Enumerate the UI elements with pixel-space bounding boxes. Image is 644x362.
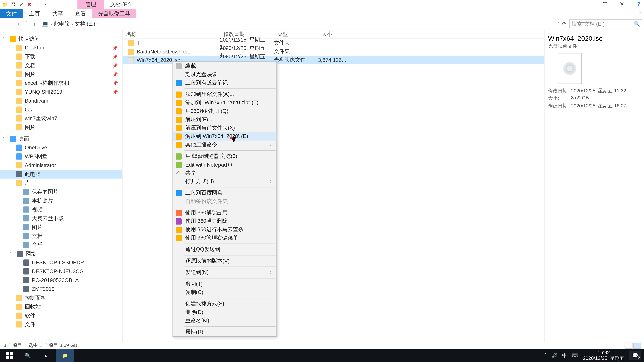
tree-item[interactable]: 此电脑 bbox=[0, 170, 122, 179]
qat-dropdown-icon[interactable]: ▾ bbox=[42, 1, 49, 8]
search-icon[interactable]: 🔍 bbox=[634, 21, 640, 27]
tree-item[interactable]: 音乐 bbox=[0, 241, 122, 249]
tree-item[interactable]: 天翼云盘下载 bbox=[0, 214, 122, 223]
maximize-button[interactable]: ▢ bbox=[601, 1, 610, 7]
context-menu-item[interactable]: 属性(R) bbox=[173, 328, 276, 336]
context-menu-item[interactable]: 重命名(M) bbox=[173, 317, 276, 325]
nav-recent-icon[interactable]: ˅ bbox=[26, 21, 28, 27]
tree-item[interactable]: ˅快速访问 bbox=[0, 34, 122, 43]
volume-icon[interactable]: 🔊 bbox=[552, 353, 558, 358]
tree-item[interactable]: DESKTOP-LSSOEDP bbox=[0, 258, 122, 267]
context-menu-item[interactable]: 创建快捷方式(S) bbox=[173, 300, 276, 308]
taskbar[interactable]: 🔍 ⧉ 📁 ˄ 🔊 中 ⌨ 16:32 2020/12/25, 星期五 💬3 bbox=[0, 349, 644, 362]
chevron-right-icon[interactable]: › bbox=[97, 21, 98, 26]
chevron-right-icon[interactable]: › bbox=[72, 21, 73, 26]
context-menu-item[interactable]: 使用 360进行木马云查杀 bbox=[173, 225, 276, 234]
taskbar-search-button[interactable]: 🔍 bbox=[18, 349, 37, 362]
ribbon-share-tab[interactable]: 共享 bbox=[46, 9, 69, 18]
breadcrumb-location[interactable]: 文档 (E:) bbox=[75, 20, 95, 28]
context-menu-item[interactable]: 发送到(N)〉 bbox=[173, 268, 276, 277]
ribbon-home-tab[interactable]: 主页 bbox=[23, 9, 46, 18]
task-view-button[interactable]: ⧉ bbox=[37, 349, 56, 362]
tree-item[interactable]: 本机照片 bbox=[0, 196, 122, 205]
tree-item[interactable]: DESKTOP-NJEU3CG bbox=[0, 267, 122, 276]
refresh-icon[interactable]: ⟳ bbox=[562, 21, 566, 27]
tree-item[interactable]: win7重装win7 bbox=[0, 114, 122, 123]
context-menu-item[interactable]: 复制(C) bbox=[173, 288, 276, 297]
context-menu-item[interactable]: 用360压缩打开(Q) bbox=[173, 107, 276, 115]
file-row[interactable]: BaiduNetdiskDownload2020/12/25, 星期五 1...… bbox=[122, 47, 544, 56]
context-menu-item[interactable]: 使用 360解除占用 bbox=[173, 209, 276, 217]
taskbar-explorer-button[interactable]: 📁 bbox=[56, 349, 74, 362]
ribbon-file-tab[interactable]: 文件 bbox=[0, 9, 23, 18]
context-menu-item[interactable]: 使用 360强力删除 bbox=[173, 217, 276, 225]
minimize-button[interactable]: ─ bbox=[584, 1, 593, 7]
tree-item[interactable]: 回收站 bbox=[0, 302, 122, 311]
qat-new-icon[interactable]: ▫ bbox=[34, 1, 40, 8]
context-menu-item[interactable]: 通过QQ发送到 bbox=[173, 245, 276, 254]
tree-item[interactable]: Desktop📌 bbox=[0, 43, 122, 52]
context-menu-item[interactable]: 解压到当前文件夹(X) bbox=[173, 124, 276, 132]
help-icon[interactable]: ? bbox=[634, 1, 643, 7]
tree-item[interactable]: 保存的图片 bbox=[0, 187, 122, 196]
context-menu-item[interactable]: 解压到 Win7x64_2020\ (E) bbox=[173, 132, 276, 141]
start-button[interactable] bbox=[0, 349, 18, 362]
qat-close-icon[interactable]: ✖ bbox=[26, 1, 33, 8]
view-details-button[interactable] bbox=[624, 343, 632, 349]
address-dropdown-icon[interactable]: ˅ bbox=[557, 22, 560, 26]
tree-item[interactable]: PC-20190530OBLA bbox=[0, 276, 122, 285]
context-menu-item[interactable]: 解压到(F)... bbox=[173, 115, 276, 124]
ime-icon[interactable]: ⌨ bbox=[572, 353, 578, 358]
context-menu-item[interactable]: 用 蜂蜜浏览器 浏览(3) bbox=[173, 152, 276, 160]
ribbon-collapse-icon[interactable]: ˄ bbox=[639, 11, 641, 16]
breadcrumb-pc[interactable]: 此电脑 bbox=[54, 20, 70, 28]
tree-item[interactable]: 图片 bbox=[0, 223, 122, 232]
close-button[interactable]: ✕ bbox=[618, 1, 626, 7]
context-menu-item[interactable]: 打开方式(H)〉 bbox=[173, 177, 276, 186]
context-menu[interactable]: 装载刻录光盘映像上传到有道云笔记添加到压缩文件(A)...添加到 "Win7x6… bbox=[172, 61, 277, 337]
context-menu-item[interactable]: 上传到有道云笔记 bbox=[173, 79, 276, 87]
tree-item[interactable]: ˅桌面 bbox=[0, 134, 122, 143]
tree-item[interactable]: ZMT2019 bbox=[0, 285, 122, 294]
context-menu-item[interactable]: 删除(D) bbox=[173, 308, 276, 317]
ribbon-context-tab[interactable]: 光盘映像工具 bbox=[92, 9, 136, 18]
context-menu-item[interactable]: 共享 bbox=[173, 169, 276, 177]
tree-item[interactable]: 库 bbox=[0, 179, 122, 188]
search-input[interactable]: 搜索"文档 (E:)" 🔍 bbox=[569, 19, 642, 28]
tree-item[interactable]: 下载📌 bbox=[0, 52, 122, 61]
tray-overflow-icon[interactable]: ˄ bbox=[544, 353, 547, 358]
context-menu-item[interactable]: 剪切(T) bbox=[173, 280, 276, 288]
action-center-button[interactable]: 💬3 bbox=[629, 351, 641, 360]
tree-item[interactable]: WPS网盘 bbox=[0, 152, 122, 161]
file-row[interactable]: 12020/12/15, 星期二 1...文件夹 bbox=[122, 39, 544, 47]
breadcrumb[interactable]: 💻 › 此电脑 › 文档 (E:) › bbox=[40, 20, 557, 28]
ime-indicator[interactable]: 中 bbox=[562, 352, 567, 359]
context-menu-item[interactable]: Edit with Notepad++ bbox=[173, 160, 276, 169]
tree-item[interactable]: 文档📌 bbox=[0, 61, 122, 70]
tree-item[interactable]: 软件 bbox=[0, 311, 122, 320]
tree-item[interactable]: 图片 bbox=[0, 123, 122, 132]
tree-item[interactable]: 文档 bbox=[0, 232, 122, 241]
column-headers[interactable]: 名称 修改日期 类型 大小 bbox=[122, 30, 544, 39]
nav-up-icon[interactable]: ↑ bbox=[33, 21, 36, 27]
context-menu-item[interactable]: 刻录光盘映像 bbox=[173, 70, 276, 79]
context-menu-item[interactable]: 上传到百度网盘 bbox=[173, 189, 276, 197]
context-menu-item[interactable]: 其他压缩命令〉 bbox=[173, 141, 276, 149]
tree-item[interactable]: 文件 bbox=[0, 320, 122, 329]
nav-tree[interactable]: ˅快速访问Desktop📌下载📌文档📌图片📌excel表格制作求和📌YUNQIS… bbox=[0, 30, 122, 342]
tree-item[interactable]: 控制面板 bbox=[0, 294, 122, 302]
col-type[interactable]: 类型 bbox=[274, 30, 318, 38]
qat-save-icon[interactable]: 🖫 bbox=[10, 1, 17, 8]
tree-item[interactable]: 视频 bbox=[0, 205, 122, 214]
col-size[interactable]: 大小 bbox=[318, 30, 353, 38]
tree-item[interactable]: ˅网络 bbox=[0, 249, 122, 258]
context-menu-item[interactable]: 添加到压缩文件(A)... bbox=[173, 90, 276, 98]
nav-forward-icon[interactable]: → bbox=[15, 21, 20, 27]
nav-back-icon[interactable]: ← bbox=[4, 21, 10, 27]
tree-item[interactable]: YUNQISHI2019📌 bbox=[0, 87, 122, 96]
context-menu-item[interactable]: 装载 bbox=[173, 62, 276, 70]
view-large-button[interactable] bbox=[634, 343, 641, 349]
col-name[interactable]: 名称 bbox=[122, 30, 220, 38]
context-menu-item[interactable]: 添加到 "Win7x64_2020.zip" (T) bbox=[173, 98, 276, 107]
tree-item[interactable]: 图片📌 bbox=[0, 70, 122, 79]
